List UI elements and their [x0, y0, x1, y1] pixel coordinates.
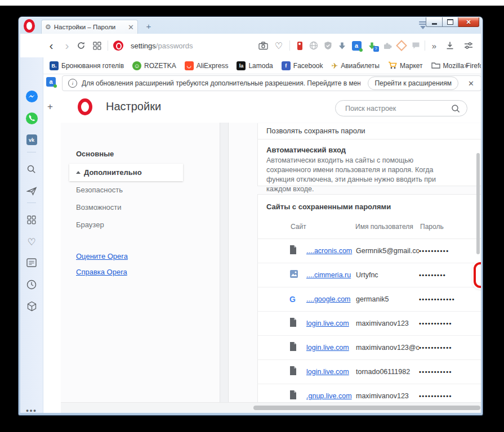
cart-icon	[388, 61, 397, 71]
divider	[425, 40, 425, 51]
tab-settings-passwords[interactable]: ⚙ Настройки – Пароли ✕	[41, 20, 138, 34]
download-icon[interactable]	[444, 34, 456, 57]
overflow-chevron-icon[interactable]: »	[428, 34, 440, 57]
rozetka-icon: ☺	[132, 61, 141, 70]
nav-item-возможности[interactable]: Возможности	[61, 199, 220, 216]
divider	[289, 40, 290, 51]
heart-icon[interactable]: ♡	[273, 34, 285, 57]
tab-close-icon[interactable]: ✕	[128, 23, 134, 32]
notification-bar: i Для обновления расширений требуются до…	[62, 75, 481, 91]
site-link[interactable]: login.live.com	[306, 320, 356, 327]
autologin-description: Автоматически входить на сайты с помощью…	[266, 156, 447, 194]
bookmark-item[interactable]: Mozilla Firefox	[431, 61, 481, 70]
column-username: Имя пользователя	[355, 223, 413, 231]
settings-search[interactable]	[335, 100, 467, 116]
nav-item-браузер[interactable]: Браузер	[61, 216, 220, 233]
notification-close-icon[interactable]: ✕	[468, 79, 474, 88]
booking-icon: B.	[50, 61, 59, 70]
divider	[27, 202, 36, 203]
nav-item-основные[interactable]: Основные	[61, 145, 220, 163]
bookmark-item[interactable]: laLamoda	[237, 61, 273, 70]
opera-menu-icon[interactable]	[24, 19, 35, 33]
search-icon[interactable]	[20, 164, 43, 174]
chat-icon[interactable]	[410, 34, 421, 57]
sidebar-add-icon[interactable]: +	[47, 101, 53, 112]
translator-icon[interactable]: a	[350, 34, 363, 57]
puzzle-icon[interactable]	[382, 34, 393, 57]
bookmarks-overflow-icon[interactable]: »	[464, 61, 469, 70]
nav-item-безопасность[interactable]: Безопасность	[61, 181, 220, 199]
camera-icon[interactable]	[257, 34, 269, 57]
extensions-cube-icon[interactable]	[20, 301, 43, 312]
titlebar: ⚙ Настройки – Пароли ✕ + ✕	[20, 17, 481, 34]
collapse-arrow-icon	[76, 169, 81, 174]
search-input[interactable]	[344, 104, 448, 113]
toolbar: ‹ › settings/passwords ♡	[20, 34, 481, 57]
address-bar[interactable]: settings/passwords	[131, 34, 193, 57]
new-tab-button[interactable]: +	[143, 21, 154, 32]
bookmark-item[interactable]: ☺ROZETKA	[132, 61, 176, 70]
site-link[interactable]: ....cimmeria.ru	[306, 271, 356, 279]
messenger-icon[interactable]	[20, 90, 43, 103]
site-link[interactable]: ....acronis.com	[306, 247, 356, 255]
down-arrow-icon[interactable]	[336, 34, 347, 57]
desktop-strip	[0, 0, 504, 6]
username: Urtyfnc	[356, 271, 419, 279]
notification-extension-icon: a	[46, 77, 56, 87]
go-to-extensions-button[interactable]: Перейти к расширениям	[368, 76, 458, 90]
red-extension-icon[interactable]	[294, 34, 305, 57]
horizontal-scrollbar-track[interactable]	[61, 402, 481, 413]
site-link[interactable]: .gnup.live.com	[306, 392, 356, 400]
tab-title: Настройки – Пароли	[54, 24, 126, 30]
news-icon[interactable]	[20, 258, 43, 267]
close-button[interactable]: ✕	[458, 17, 479, 27]
bookmark-item[interactable]: B.Бронювання готелів	[50, 61, 124, 70]
bookmarks-heart-icon[interactable]: ♡	[20, 236, 43, 248]
globe-icon[interactable]	[308, 34, 319, 57]
bookmark-item[interactable]: ◡AliExpress	[185, 61, 229, 70]
more-dots-icon[interactable]: •••	[20, 406, 43, 413]
speed-dial-icon[interactable]	[20, 215, 43, 224]
bookmark-item[interactable]: fFacebook	[282, 61, 323, 70]
diamond-icon[interactable]	[396, 34, 407, 57]
history-clock-icon[interactable]	[20, 280, 43, 290]
username: tornado06111982	[356, 368, 419, 376]
url-host: settings	[131, 42, 156, 50]
username: germanik5	[356, 295, 419, 303]
google-icon: G	[289, 294, 306, 304]
my-flow-icon[interactable]	[20, 186, 43, 196]
table-row: login.live.commaximivanov123•••••••••••⋮	[258, 312, 481, 336]
site-link[interactable]: ....google.com	[306, 295, 356, 303]
nav-item-label: Основные	[76, 150, 114, 158]
tune-icon[interactable]	[462, 34, 475, 57]
nav-link[interactable]: Оцените Opera	[61, 248, 220, 264]
opera-badge-icon	[112, 34, 124, 57]
whatsapp-icon[interactable]	[20, 112, 43, 125]
bookmark-item[interactable]: Маркет	[388, 61, 423, 71]
column-site: Сайт	[291, 223, 306, 231]
nav-link[interactable]: Справка Opera	[61, 264, 220, 280]
password-mask: •••••••••	[419, 272, 469, 278]
search-icon	[451, 104, 461, 114]
horizontal-scrollbar-thumb[interactable]	[253, 406, 480, 410]
vertical-scrollbar[interactable]	[476, 153, 480, 254]
reload-icon[interactable]	[74, 34, 88, 57]
bookmark-item[interactable]: ✈Авиабилеты	[332, 61, 380, 70]
document-icon	[289, 342, 306, 353]
speed-dial-grid-icon[interactable]	[90, 34, 104, 57]
site-link[interactable]: login.live.com	[306, 368, 356, 376]
browser-body: ‹ › settings/passwords ♡	[20, 34, 481, 413]
table-row: login.live.commaximivanov123@o...•••••••…	[258, 336, 481, 360]
green-download-icon[interactable]: ?	[365, 34, 378, 57]
nav-item-дополнительно[interactable]: Дополнительно	[69, 164, 183, 181]
maximize-button[interactable]	[443, 17, 458, 27]
back-icon[interactable]: ‹	[45, 34, 57, 57]
minimize-button[interactable]	[426, 17, 443, 27]
site-link[interactable]: login.live.com	[306, 344, 356, 352]
info-icon: i	[68, 79, 77, 88]
shield-icon[interactable]	[322, 34, 333, 57]
bookmarks-bar: B.Бронювання готелів☺ROZETKA◡AliExpressl…	[43, 57, 481, 74]
divider	[258, 139, 481, 140]
vk-icon[interactable]: vk	[20, 134, 43, 145]
forward-icon[interactable]: ›	[61, 34, 73, 57]
